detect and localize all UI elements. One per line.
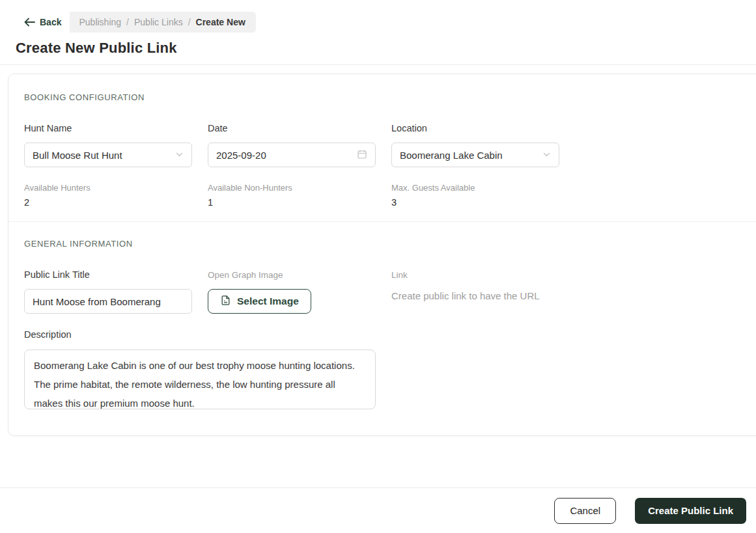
- public-link-title-field: Public Link Title: [24, 269, 192, 314]
- open-graph-image-field: Open Graph Image Select Image: [208, 269, 376, 314]
- back-button[interactable]: Back: [16, 12, 70, 33]
- breadcrumb-item-public-links[interactable]: Public Links: [134, 17, 183, 27]
- location-label: Location: [391, 123, 559, 134]
- open-graph-image-label: Open Graph Image: [208, 269, 376, 280]
- back-arrow-icon: [24, 18, 35, 27]
- booking-fields-row: Hunt Name Bull Moose Rut Hunt Date 2025-…: [24, 123, 747, 167]
- description-label: Description: [24, 329, 747, 340]
- location-select[interactable]: Boomerang Lake Cabin: [391, 143, 559, 167]
- hunt-name-select[interactable]: Bull Moose Rut Hunt: [24, 143, 192, 167]
- date-value: 2025-09-20: [216, 150, 266, 161]
- breadcrumb-separator: /: [126, 17, 129, 27]
- breadcrumb: Back Publishing / Public Links / Create …: [16, 12, 256, 33]
- breadcrumb-item-current: Create New: [196, 17, 245, 27]
- location-field: Location Boomerang Lake Cabin: [391, 123, 559, 167]
- form-card: BOOKING CONFIGURATION Hunt Name Bull Moo…: [8, 74, 756, 436]
- location-value: Boomerang Lake Cabin: [400, 150, 503, 161]
- general-fields-row: Public Link Title Open Graph Image Selec…: [24, 269, 747, 314]
- description-textarea[interactable]: Boomerang Lake Cabin is one of our best …: [24, 349, 376, 409]
- available-non-hunters-stat: Available Non-Hunters 1: [208, 183, 376, 208]
- link-field: Link Create public link to have the URL: [391, 269, 600, 314]
- date-field: Date 2025-09-20: [208, 123, 376, 167]
- description-field: Description Boomerang Lake Cabin is one …: [24, 329, 747, 412]
- section-title-booking-configuration: BOOKING CONFIGURATION: [24, 92, 747, 102]
- hunt-name-label: Hunt Name: [24, 123, 192, 134]
- calendar-icon: [357, 149, 367, 161]
- available-hunters-stat: Available Hunters 2: [24, 183, 192, 208]
- breadcrumb-item-publishing[interactable]: Publishing: [79, 17, 121, 27]
- chevron-down-icon: [542, 150, 551, 161]
- available-non-hunters-label: Available Non-Hunters: [208, 183, 376, 193]
- page-title: Create New Public Link: [16, 40, 740, 57]
- file-image-icon: [220, 295, 231, 308]
- breadcrumb-separator: /: [188, 17, 191, 27]
- available-non-hunters-value: 1: [208, 197, 376, 208]
- available-hunters-label: Available Hunters: [24, 183, 192, 193]
- footer-action-bar: Cancel Create Public Link: [0, 487, 756, 533]
- link-label: Link: [391, 269, 600, 280]
- link-helper-text: Create public link to have the URL: [391, 290, 600, 301]
- max-guests-stat: Max. Guests Available 3: [391, 183, 559, 208]
- max-guests-label: Max. Guests Available: [391, 183, 559, 193]
- available-hunters-value: 2: [24, 197, 192, 208]
- chevron-down-icon: [175, 150, 184, 161]
- back-button-label: Back: [40, 17, 61, 27]
- public-link-title-label: Public Link Title: [24, 269, 192, 280]
- breadcrumb-trail: Publishing / Public Links / Create New: [70, 12, 255, 33]
- create-public-link-button[interactable]: Create Public Link: [635, 498, 746, 524]
- select-image-button[interactable]: Select Image: [208, 289, 311, 314]
- create-public-link-page: Back Publishing / Public Links / Create …: [0, 0, 756, 533]
- date-label: Date: [208, 123, 376, 134]
- hunt-name-value: Bull Moose Rut Hunt: [33, 150, 122, 161]
- public-link-title-input[interactable]: [24, 289, 192, 314]
- select-image-button-label: Select Image: [237, 295, 299, 307]
- availability-stats-row: Available Hunters 2 Available Non-Hunter…: [24, 183, 747, 208]
- hunt-name-field: Hunt Name Bull Moose Rut Hunt: [24, 123, 192, 167]
- section-divider: [8, 221, 756, 222]
- section-title-general-information: GENERAL INFORMATION: [24, 239, 747, 249]
- page-header: Back Publishing / Public Links / Create …: [0, 0, 756, 65]
- date-input[interactable]: 2025-09-20: [208, 143, 376, 167]
- cancel-button[interactable]: Cancel: [554, 498, 616, 524]
- max-guests-value: 3: [391, 197, 559, 208]
